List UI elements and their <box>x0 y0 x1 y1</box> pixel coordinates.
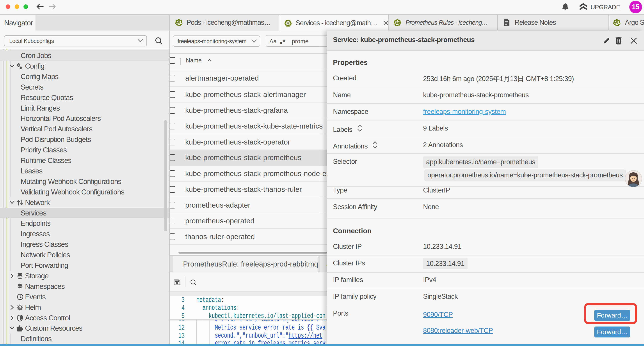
svg-text:HELM: HELM <box>18 307 22 309</box>
